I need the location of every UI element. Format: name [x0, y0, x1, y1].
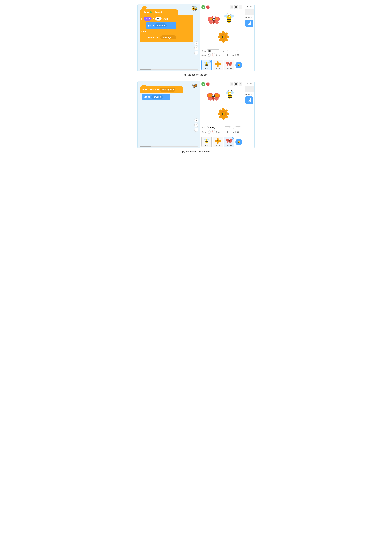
backdrop-thumb-a[interactable]: 🖼	[246, 20, 253, 27]
delete-butterfly-b[interactable]: 🗑	[232, 137, 234, 140]
svg-point-7	[210, 18, 212, 20]
direction-value-b[interactable]: 90	[235, 130, 241, 133]
show-eye-b[interactable]: 👁	[207, 130, 211, 134]
sprite-thumb-butterfly-a[interactable]: butterfly	[224, 60, 234, 70]
hide-eye-b[interactable]: 🚫	[212, 130, 215, 134]
x-label-a: ↔ x	[221, 50, 224, 52]
layout-icon-1-b[interactable]: ⬜	[230, 82, 233, 86]
caption-a: (a) the code of the bee	[137, 73, 255, 77]
delete-bee-a[interactable]: 🗑	[209, 60, 211, 62]
size-block[interactable]: size	[144, 17, 152, 21]
if-else-block: if size > 50 then go to flower	[140, 15, 193, 42]
zoom-reset-btn-a[interactable]: —	[194, 51, 198, 55]
stage-label-b: Stage	[247, 82, 252, 84]
sprite-thumb-butterfly-b[interactable]: 🗑 butterfly	[224, 137, 234, 147]
svg-point-137	[229, 140, 229, 140]
goto-flower-block-b[interactable]: go to flower ▾	[140, 94, 198, 100]
stop-btn-b[interactable]	[206, 82, 210, 86]
sprite-thumb-flower-a[interactable]: flower	[213, 60, 223, 70]
layout-icon-2-b[interactable]: ⬛	[234, 82, 238, 86]
message1-label: message1	[162, 36, 172, 39]
flower-thumb-label-a: flower	[216, 67, 220, 69]
sprite-thumb-bee-b[interactable]: bee	[201, 137, 212, 147]
sprite-thumb-bee-a[interactable]: 🗑 bee	[201, 60, 212, 70]
svg-point-128	[217, 140, 219, 142]
goto-block-a[interactable]: go to flower ▾	[146, 22, 176, 29]
zoom-out-btn-b[interactable]: ⊖	[194, 123, 198, 127]
goto-block-b[interactable]: go to flower ▾	[142, 94, 170, 100]
green-flag-btn-a[interactable]	[201, 5, 205, 9]
direction-value-a[interactable]: 90	[235, 54, 241, 57]
backdrop-thumb-b[interactable]: 🖼	[246, 96, 253, 104]
stage-preview-b[interactable]	[245, 85, 254, 92]
block-stack-b: when I receive message1 ▾ go to f	[140, 85, 198, 100]
y-value-b[interactable]: 76	[235, 126, 241, 129]
x-value-a[interactable]: 99	[225, 50, 230, 52]
zoom-reset-btn-b[interactable]: —	[194, 128, 198, 132]
scrollbar-h-b[interactable]	[140, 146, 198, 147]
sprite-info-row2-a: Show 👁 🚫 Size 50 Direction 90	[201, 53, 242, 57]
hide-eye-a[interactable]: 🚫	[212, 53, 215, 57]
flower-dropdown-a[interactable]: flower ▾	[155, 23, 167, 27]
svg-point-52	[206, 63, 206, 63]
svg-rect-47	[205, 64, 208, 65]
value-50[interactable]: 50	[155, 17, 162, 21]
panel-b: 🦋 when I receive message1 ▾	[137, 81, 255, 154]
stage-preview-a[interactable]	[245, 9, 254, 16]
toolbar-left-a	[201, 5, 210, 9]
fullscreen-icon-b[interactable]: ⤢	[239, 82, 242, 86]
green-flag-btn-b[interactable]	[201, 82, 205, 86]
broadcast-inner[interactable]: broadcast message1 ▾	[146, 34, 187, 41]
figures-container: 🐝 when clicked	[135, 3, 257, 155]
else-label: else	[141, 30, 146, 33]
zoom-in-btn-a[interactable]: ⊕	[194, 42, 198, 46]
fullscreen-icon-a[interactable]: ⤢	[239, 5, 242, 9]
when-receive-block[interactable]: when I receive message1 ▾	[140, 86, 183, 93]
svg-point-13	[214, 19, 214, 19]
sprite-label-b: Sprite	[201, 127, 206, 129]
flower-sprite-a	[217, 31, 229, 43]
stage-area-b: ⬜ ⬛ ⤢	[200, 81, 244, 148]
zoom-out-btn-a[interactable]: ⊖	[194, 46, 198, 50]
size-value-a[interactable]: 50	[221, 54, 226, 57]
message1-dropdown-b[interactable]: message1 ▾	[160, 88, 175, 92]
size-label-a: Size	[216, 54, 220, 56]
backdrops-label-b: Backdrops	[245, 94, 253, 95]
zoom-controls-a: ⊕ ⊖ —	[194, 42, 198, 55]
svg-point-130	[218, 140, 218, 141]
flower-dropdown-b[interactable]: flower ▾	[151, 95, 163, 99]
message1-dropdown[interactable]: message1 ▾	[160, 36, 176, 39]
svg-point-85	[211, 93, 212, 94]
scrollbar-thumb-a[interactable]	[140, 69, 151, 70]
svg-point-26	[228, 16, 229, 17]
sprite-name-input-a[interactable]	[207, 49, 219, 52]
svg-point-29	[227, 13, 228, 14]
scrollbar-thumb-b[interactable]	[140, 146, 151, 147]
add-sprite-btn-a[interactable]: 🐱	[235, 62, 242, 68]
sprite-name-input-b[interactable]	[207, 126, 219, 129]
y-value-a[interactable]: 76	[235, 50, 240, 52]
x-value-b[interactable]: -119	[225, 126, 231, 129]
svg-point-101	[231, 90, 232, 91]
svg-point-134	[230, 141, 232, 143]
layout-icon-2-a[interactable]: ⬛	[234, 5, 238, 9]
zoom-in-btn-b[interactable]: ⊕	[194, 118, 198, 122]
butterfly-thumb-label-b: butterfly	[227, 144, 232, 146]
toolbar-left-b	[201, 82, 210, 86]
layout-icon-1-a[interactable]: ⬜	[230, 5, 233, 9]
add-sprite-btn-b[interactable]: 🐱	[235, 139, 242, 145]
size-value-b[interactable]: 50	[221, 130, 226, 133]
svg-point-96	[229, 93, 230, 94]
goto-flower-block-a[interactable]: go to flower ▾	[144, 22, 191, 29]
message1-label-b: message1	[161, 88, 172, 91]
size-label-b: Size	[216, 131, 220, 133]
svg-point-83	[214, 95, 214, 96]
sprite-thumb-flower-b[interactable]: flower	[213, 137, 223, 147]
butterfly-sprite-a	[208, 15, 220, 27]
show-eye-a[interactable]: 👁	[207, 53, 211, 57]
svg-point-77	[214, 97, 219, 100]
broadcast-block[interactable]: broadcast message1 ▾	[144, 34, 191, 41]
stop-btn-a[interactable]	[206, 5, 210, 9]
hat-block[interactable]: when clicked	[140, 9, 178, 15]
scrollbar-h-a[interactable]	[140, 69, 198, 70]
